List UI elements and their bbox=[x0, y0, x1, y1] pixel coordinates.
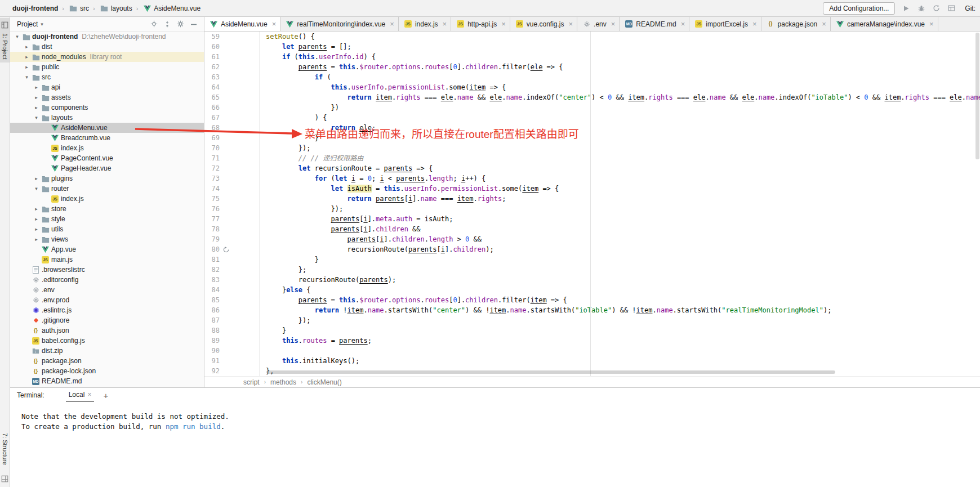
code-line-70[interactable]: 70 }); bbox=[204, 143, 980, 153]
tree-item-store[interactable]: ▸store bbox=[10, 204, 204, 214]
tree-item-public[interactable]: ▸public bbox=[10, 62, 204, 72]
tree-item-babel-config-js[interactable]: JSbabel.config.js bbox=[10, 336, 204, 346]
locate-file-icon[interactable] bbox=[150, 20, 158, 28]
tree-item-index-js[interactable]: JSindex.js bbox=[10, 194, 204, 204]
code-line-65[interactable]: 65 return item.rights === ele.name && el… bbox=[204, 92, 980, 102]
editor-breadcrumb-item-script[interactable]: script bbox=[243, 378, 260, 386]
editor-tab-importexcel-js[interactable]: JSimportExcel.js× bbox=[689, 17, 761, 31]
code-line-67[interactable]: 67 ) { bbox=[204, 113, 980, 123]
tree-item-editorconfig[interactable]: .editorconfig bbox=[10, 275, 204, 285]
hide-panel-icon[interactable] bbox=[190, 21, 197, 28]
code-area[interactable]: 59setRoute() {60 let parents = [];61 if … bbox=[204, 32, 980, 376]
editor-tab-readme-md[interactable]: MDREADME.md× bbox=[620, 17, 689, 31]
code-line-69[interactable]: 69 } bbox=[204, 133, 980, 143]
chevron-right-icon[interactable]: ▸ bbox=[33, 95, 40, 100]
line-number[interactable]: 76 bbox=[204, 204, 220, 214]
close-icon[interactable]: × bbox=[87, 391, 91, 399]
breadcrumb-item-src[interactable]: src bbox=[67, 3, 90, 14]
line-number[interactable]: 92 bbox=[204, 366, 220, 376]
line-number[interactable]: 85 bbox=[204, 295, 220, 305]
line-number[interactable]: 91 bbox=[204, 356, 220, 366]
editor-tab-http-api-js[interactable]: JShttp-api.js× bbox=[451, 17, 510, 31]
chevron-right-icon[interactable]: ▸ bbox=[33, 226, 40, 232]
breadcrumb-item-asidemenu-vue[interactable]: AsideMenu.vue bbox=[141, 3, 202, 14]
close-tab-icon[interactable]: × bbox=[390, 20, 394, 28]
editor-breadcrumb-item-clickmenu[interactable]: clickMenu() bbox=[307, 378, 341, 386]
editor-tab-index-js[interactable]: JSindex.js× bbox=[399, 17, 451, 31]
tree-item-env[interactable]: .env bbox=[10, 285, 204, 295]
code-line-62[interactable]: 62 parents = this.$router.options.routes… bbox=[204, 62, 980, 72]
horizontal-scrollbar[interactable] bbox=[266, 370, 835, 374]
settings-gear-icon[interactable] bbox=[177, 20, 184, 28]
code-line-77[interactable]: 77 parents[i].meta.auth = isAuth; bbox=[204, 214, 980, 224]
tree-item-eslintrc-js[interactable]: .eslintrc.js bbox=[10, 305, 204, 315]
editor-tab-package-json[interactable]: {}package.json× bbox=[761, 17, 831, 31]
chevron-right-icon[interactable]: ▸ bbox=[33, 176, 40, 181]
tree-item-index-js[interactable]: JSindex.js bbox=[10, 143, 204, 153]
line-number[interactable]: 73 bbox=[204, 173, 220, 184]
code-line-88[interactable]: 88 } bbox=[204, 325, 980, 336]
code-line-60[interactable]: 60 let parents = []; bbox=[204, 42, 980, 52]
line-number[interactable]: 63 bbox=[204, 72, 220, 82]
editor-tab-cameramanage-index-vue[interactable]: cameraManage\index.vue× bbox=[831, 17, 938, 31]
line-number[interactable]: 87 bbox=[204, 315, 220, 325]
line-number[interactable]: 82 bbox=[204, 265, 220, 275]
chevron-right-icon[interactable]: ▸ bbox=[23, 54, 30, 60]
line-number[interactable]: 71 bbox=[204, 153, 220, 163]
line-number[interactable]: 81 bbox=[204, 254, 220, 265]
chevron-down-icon[interactable]: ▾ bbox=[33, 186, 40, 191]
chevron-right-icon[interactable]: ▸ bbox=[33, 216, 40, 222]
chevron-right-icon[interactable]: ▸ bbox=[23, 44, 30, 50]
tree-item-main-js[interactable]: JSmain.js bbox=[10, 254, 204, 265]
code-line-81[interactable]: 81 } bbox=[204, 254, 980, 265]
close-tab-icon[interactable]: × bbox=[752, 20, 757, 28]
terminal-tab-local[interactable]: Local × bbox=[66, 388, 95, 402]
tree-item-pageheader-vue[interactable]: PageHeader.vue bbox=[10, 163, 204, 173]
line-number[interactable]: 77 bbox=[204, 214, 220, 224]
close-tab-icon[interactable]: × bbox=[822, 20, 826, 28]
code-line-89[interactable]: 89 this.routes = parents; bbox=[204, 336, 980, 346]
line-number[interactable]: 74 bbox=[204, 184, 220, 194]
code-line-83[interactable]: 83 recursionRoute(parents); bbox=[204, 275, 980, 285]
chevron-right-icon[interactable]: ▸ bbox=[33, 236, 40, 242]
tree-item-breadcrumb-vue[interactable]: Breadcrumb.vue bbox=[10, 133, 204, 143]
line-number[interactable]: 67 bbox=[204, 113, 220, 123]
chevron-right-icon[interactable]: ▸ bbox=[33, 84, 40, 90]
line-number[interactable]: 69 bbox=[204, 133, 220, 143]
code-line-73[interactable]: 73 for (let i = 0; i < parents.length; i… bbox=[204, 173, 980, 184]
code-line-75[interactable]: 75 return parents[i].name === item.right… bbox=[204, 194, 980, 204]
code-line-78[interactable]: 78 parents[i].children && bbox=[204, 224, 980, 234]
scrollbar-thumb[interactable] bbox=[975, 33, 979, 159]
close-tab-icon[interactable]: × bbox=[929, 20, 934, 28]
terminal-output[interactable]: Note that the development build is not o… bbox=[10, 403, 980, 487]
tree-item-dist-zip[interactable]: dist.zip bbox=[10, 346, 204, 356]
code-line-87[interactable]: 87 }); bbox=[204, 315, 980, 325]
refresh-icon[interactable] bbox=[932, 4, 941, 12]
close-tab-icon[interactable]: × bbox=[443, 20, 447, 28]
code-line-63[interactable]: 63 if ( bbox=[204, 72, 980, 82]
window-icon[interactable] bbox=[947, 4, 956, 12]
line-number[interactable]: 90 bbox=[204, 346, 220, 356]
new-terminal-icon[interactable]: + bbox=[103, 391, 108, 400]
line-number[interactable]: 70 bbox=[204, 143, 220, 153]
chevron-down-icon[interactable]: ▾ bbox=[33, 115, 40, 120]
code-line-86[interactable]: 86 return !item.name.startsWith("center"… bbox=[204, 305, 980, 315]
line-number[interactable]: 78 bbox=[204, 224, 220, 234]
tree-item-src[interactable]: ▾src bbox=[10, 72, 204, 82]
code-line-68[interactable]: 68 return ele; bbox=[204, 123, 980, 133]
toolwindow-switcher-icon[interactable] bbox=[1, 475, 8, 484]
editor-tab-realtimemonitoring-index-vue[interactable]: realTimeMonitoring\index.vue× bbox=[280, 17, 399, 31]
tree-item-duoji-frontend[interactable]: ▾duoji-frontendD:\zheheWeb\duoji-fronten… bbox=[10, 32, 204, 42]
tree-item-assets[interactable]: ▸assets bbox=[10, 92, 204, 102]
code-line-66[interactable]: 66 }) bbox=[204, 102, 980, 113]
toolwindow-structure-button[interactable]: 7: Structure bbox=[1, 430, 8, 468]
tree-item-views[interactable]: ▸views bbox=[10, 234, 204, 244]
tree-item-plugins[interactable]: ▸plugins bbox=[10, 173, 204, 184]
code-line-79[interactable]: 79 parents[i].children.length > 0 && bbox=[204, 234, 980, 244]
line-number[interactable]: 75 bbox=[204, 194, 220, 204]
tree-item-package-lock-json[interactable]: {}package-lock.json bbox=[10, 366, 204, 376]
tree-item-pagecontent-vue[interactable]: PageContent.vue bbox=[10, 153, 204, 163]
code-line-74[interactable]: 74 let isAuth = this.userInfo.permission… bbox=[204, 184, 980, 194]
editor-tab-env[interactable]: .env× bbox=[577, 17, 620, 31]
close-tab-icon[interactable]: × bbox=[272, 20, 277, 28]
